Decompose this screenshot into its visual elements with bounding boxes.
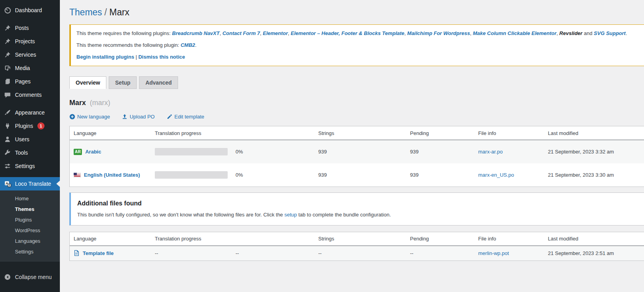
upload-po-link[interactable]: Upload PO (122, 114, 155, 120)
sidebar-item-dashboard[interactable]: Dashboard (0, 4, 60, 17)
pin-icon (4, 51, 11, 59)
sidebar-item-services[interactable]: Services (0, 48, 60, 61)
breadcrumb: Themes/Marx (69, 0, 644, 18)
notice-text: and (583, 30, 594, 36)
collapse-menu-button[interactable]: Collapse menu (0, 270, 60, 284)
table-header-row: Language Translation progress Strings Pe… (70, 232, 644, 246)
tab-overview[interactable]: Overview (69, 76, 106, 89)
language-link[interactable]: English (United States) (84, 172, 140, 178)
notice-actions-line: Begin installing plugins | Dismiss this … (76, 53, 644, 61)
notice-text: , (288, 30, 291, 36)
plugin-link[interactable]: Contact Form 7 (223, 30, 260, 36)
additional-files-title: Additional files found (77, 200, 644, 207)
recommended-plugins-line: This theme recommends the following plug… (76, 41, 644, 49)
notice-text: , (405, 30, 407, 36)
action-label: New language (77, 114, 110, 120)
submenu-item-languages[interactable]: Languages (0, 236, 60, 246)
sidebar-item-posts[interactable]: Posts (0, 21, 60, 35)
sidebar-item-media[interactable]: Media (0, 61, 60, 75)
sidebar-item-projects[interactable]: Projects (0, 35, 60, 48)
template-file-link[interactable]: Template file (83, 250, 114, 256)
info-text: This bundle isn't fully configured, so w… (77, 212, 284, 218)
media-icon (4, 64, 11, 72)
col-header-translation-progress: Translation progress (151, 130, 314, 136)
strings-count: -- (314, 250, 406, 256)
theme-heading: Marx (marx) (69, 99, 644, 107)
info-text: tab to complete the bundle configuration… (297, 212, 391, 218)
submenu-item-wordpress[interactable]: WordPress (0, 225, 60, 236)
sidebar-item-label: Dashboard (15, 7, 42, 13)
document-icon (74, 250, 80, 256)
file-link[interactable]: marx-en_US.po (478, 172, 514, 178)
setup-tab-link[interactable]: setup (284, 212, 297, 218)
breadcrumb-separator: / (102, 7, 109, 17)
sliders-icon (4, 162, 11, 170)
breadcrumb-themes-link[interactable]: Themes (69, 7, 102, 17)
sidebar-item-tools[interactable]: Tools (0, 146, 60, 159)
sidebar-item-loco-translate[interactable]: A Loco Translate (0, 177, 60, 190)
plugin-link[interactable]: Elementor – Header, Footer & Blocks Temp… (291, 30, 405, 36)
template-files-table: Language Translation progress Strings Pe… (69, 232, 644, 261)
sidebar-item-comments[interactable]: Comments (0, 88, 60, 102)
notice-text: , (557, 30, 559, 36)
tgmpa-plugin-notice: This theme requires the following plugin… (69, 24, 644, 66)
sidebar-item-label: Plugins (15, 123, 33, 129)
loco-translate-submenu: Home Themes Plugins WordPress Languages … (0, 190, 60, 262)
plugin-link[interactable]: Make Column Clickable Elementor (473, 30, 556, 36)
submenu-item-themes[interactable]: Themes (0, 204, 60, 214)
arabic-flag-badge: AR (74, 149, 82, 155)
page-title: Marx (109, 7, 129, 17)
plug-icon (4, 122, 11, 130)
notice-text: . (625, 30, 627, 36)
plugin-link[interactable]: SVG Support (594, 30, 626, 36)
sidebar-item-label: Tools (15, 150, 28, 156)
submenu-item-home[interactable]: Home (0, 193, 60, 204)
plugin-link-cmb2[interactable]: CMB2 (180, 42, 195, 48)
admin-sidebar: Dashboard Posts Projects Services Media … (0, 0, 60, 292)
progress-percent: 0% (232, 172, 314, 178)
sidebar-item-label: Appearance (15, 109, 45, 116)
progress-percent: 0% (232, 149, 314, 155)
last-modified: 21 September, 2023 2:51 am (544, 250, 644, 256)
sidebar-item-settings[interactable]: Settings (0, 159, 60, 173)
sidebar-item-users[interactable]: Users (0, 133, 60, 146)
sidebar-item-pages[interactable]: Pages (0, 75, 60, 88)
tab-advanced[interactable]: Advanced (139, 76, 178, 89)
active-item-arrow (56, 181, 60, 187)
begin-installing-plugins-link[interactable]: Begin installing plugins (76, 54, 134, 60)
notice-action-separator: | (134, 54, 139, 60)
pending-count: 939 (406, 149, 474, 155)
sidebar-item-plugins[interactable]: Plugins 1 (0, 119, 60, 133)
new-language-link[interactable]: New language (69, 114, 110, 120)
plugin-link[interactable]: Breadcrumb NavXT (172, 30, 220, 36)
tab-setup[interactable]: Setup (109, 76, 137, 89)
col-header-translation-progress: Translation progress (151, 236, 314, 242)
table-header-row: Language Translation progress Strings Pe… (70, 126, 644, 140)
file-link[interactable]: merlin-wp.pot (478, 250, 509, 256)
edit-template-link[interactable]: Edit template (167, 114, 204, 120)
col-header-last-modified: Last modified (544, 130, 644, 136)
sidebar-item-label: Posts (15, 25, 29, 31)
us-flag-icon (74, 173, 81, 177)
dismiss-notice-link[interactable]: Dismiss this notice (138, 54, 185, 60)
language-link[interactable]: Arabic (85, 149, 101, 155)
required-plugins-line: This theme requires the following plugin… (76, 30, 644, 37)
col-header-last-modified: Last modified (544, 236, 644, 242)
collapse-menu-label: Collapse menu (15, 274, 52, 280)
pin-icon (4, 37, 11, 45)
submenu-item-plugins[interactable]: Plugins (0, 214, 60, 225)
file-link[interactable]: marx-ar.po (478, 149, 503, 155)
submenu-item-settings[interactable]: Settings (0, 246, 60, 257)
col-header-file-info: File info (474, 236, 544, 242)
dashboard-icon (4, 6, 11, 14)
last-modified: 21 September, 2023 3:32 am (544, 149, 644, 155)
sidebar-item-appearance[interactable]: Appearance (0, 106, 60, 119)
sidebar-item-label: Comments (15, 92, 42, 98)
pending-count: -- (406, 250, 474, 256)
col-header-language: Language (70, 130, 151, 136)
plugin-link[interactable]: Elementor (263, 30, 288, 36)
col-header-pending: Pending (406, 236, 474, 242)
plugin-link[interactable]: Mailchimp For Wordpress (407, 30, 470, 36)
col-header-file-info: File info (474, 130, 544, 136)
main-content: Themes/Marx This theme requires the foll… (60, 0, 644, 261)
